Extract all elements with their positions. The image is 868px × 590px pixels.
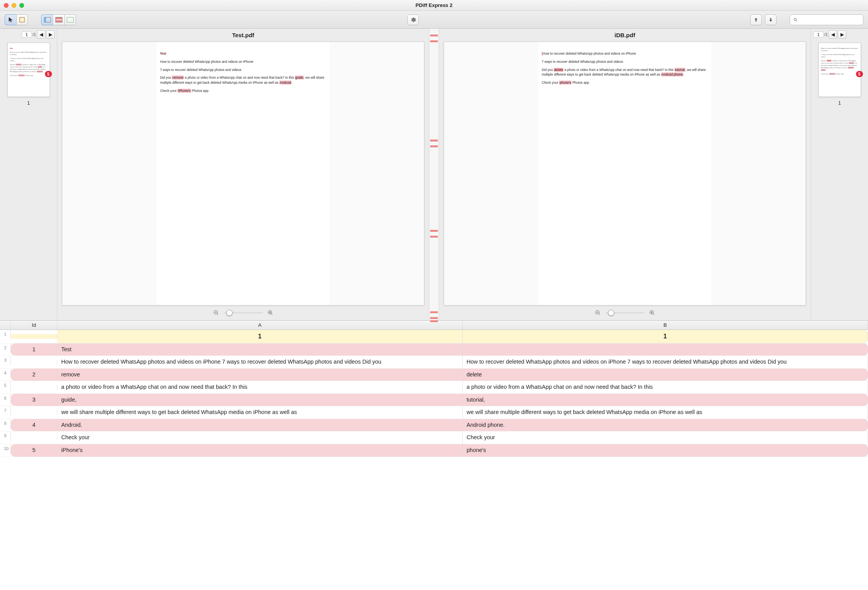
table-row[interactable]: 21Test — [0, 343, 868, 356]
diff-table: Id A B 11121Test3How to recover deleted … — [0, 321, 868, 590]
cell-a: 1 — [57, 330, 463, 343]
zoom-out-a[interactable] — [213, 310, 219, 316]
cell-b: delete — [463, 369, 868, 381]
row-id — [11, 435, 57, 440]
row-num: 7 — [0, 406, 11, 416]
toolbar — [0, 11, 868, 29]
cell-a: a photo or video from a WhatsApp chat on… — [57, 381, 463, 393]
overlay-view-button[interactable] — [53, 14, 64, 25]
cell-b: a photo or video from a WhatsApp chat on… — [463, 381, 868, 393]
page-input-left[interactable] — [22, 31, 32, 38]
table-row[interactable]: 7we will share multiple different ways t… — [0, 406, 868, 419]
page-prev-right[interactable]: ◀ — [828, 30, 837, 39]
cell-b — [463, 343, 868, 356]
zoom-out-icon — [595, 310, 601, 316]
cursor-icon — [8, 17, 14, 23]
zoom-out-icon — [213, 310, 219, 316]
row-id — [11, 334, 57, 339]
zoom-in-a[interactable] — [267, 310, 274, 316]
row-num: 5 — [0, 381, 11, 391]
table-row[interactable]: 105iPhone'sphone's — [0, 444, 868, 457]
page-next-left[interactable]: ▶ — [46, 30, 55, 39]
zoom-in-b[interactable] — [649, 310, 655, 316]
overlay-view-icon — [55, 17, 62, 22]
pager-right: /1 ◀ ▶ — [811, 29, 868, 40]
thumbnails-left: /1 ◀ ▶ TestHow to recover deleted WhatsA… — [0, 29, 57, 320]
cell-a: we will share multiple different ways to… — [57, 406, 463, 419]
page-input-right[interactable] — [813, 31, 823, 38]
svg-point-0 — [794, 18, 796, 21]
table-row[interactable]: 9Check yourCheck your — [0, 431, 868, 444]
table-row[interactable]: 5a photo or video from a WhatsApp chat o… — [0, 381, 868, 394]
table-row[interactable]: 111 — [0, 330, 868, 343]
rect-select-tool-button[interactable] — [16, 14, 28, 25]
doc-pane-b: iDB.pdf How to recover deleted WhatsApp … — [439, 29, 811, 320]
thumbnail-left-1[interactable]: TestHow to recover deleted WhatsApp phot… — [7, 43, 50, 97]
page-total-left: /1 — [33, 32, 36, 37]
titlebar: PDiff Express 2 — [0, 0, 868, 11]
row-id — [11, 385, 57, 390]
row-num: 3 — [0, 356, 11, 366]
thumbnail-label-left: 1 — [0, 100, 57, 106]
cell-a: remove — [57, 369, 463, 381]
compare-area: /1 ◀ ▶ TestHow to recover deleted WhatsA… — [0, 29, 868, 321]
row-num: 6 — [0, 394, 11, 404]
cell-a: Test — [57, 343, 463, 356]
thumbnail-label-right: 1 — [811, 100, 868, 106]
row-id: 5 — [11, 444, 57, 457]
thumbnails-right: /1 ◀ ▶ How to recover deleted WhatsApp p… — [811, 29, 868, 320]
row-num: 9 — [0, 431, 11, 441]
thumb-preview: TestHow to recover deleted WhatsApp phot… — [10, 47, 47, 77]
cell-b: we will share multiple different ways to… — [463, 406, 868, 419]
row-num: 1 — [0, 330, 11, 340]
split-view-button[interactable] — [41, 14, 53, 25]
table-row[interactable]: 63guide,tutorial, — [0, 394, 868, 407]
page-next-right[interactable]: ▶ — [838, 30, 846, 39]
window-title: PDiff Express 2 — [0, 2, 868, 8]
col-id[interactable]: Id — [11, 321, 57, 330]
next-diff-button[interactable] — [765, 14, 777, 25]
cell-b: Android phone. — [463, 419, 868, 431]
zoom-slider-b[interactable] — [606, 312, 644, 314]
overview-strip[interactable] — [429, 29, 439, 320]
rect-select-icon — [19, 17, 25, 22]
table-row[interactable]: 84Android.Android phone. — [0, 419, 868, 432]
zoom-in-icon — [267, 310, 274, 316]
cell-a: iPhone's — [57, 444, 463, 457]
row-id: 4 — [11, 419, 57, 431]
page-b[interactable]: How to recover deleted WhatsApp photos a… — [444, 41, 806, 305]
col-row-num[interactable] — [0, 321, 11, 330]
page-a[interactable]: TestHow to recover deleted WhatsApp phot… — [62, 41, 424, 305]
col-a[interactable]: A — [57, 321, 463, 330]
table-row[interactable]: 3How to recover deleted WhatsApp photos … — [0, 356, 868, 369]
cell-a: Android. — [57, 419, 463, 431]
cell-a: Check your — [57, 431, 463, 444]
thumbnail-right-1[interactable]: How to recover deleted WhatsApp photos a… — [818, 43, 861, 97]
col-b[interactable]: B — [463, 321, 868, 330]
settings-button[interactable] — [407, 14, 419, 25]
single-view-button[interactable] — [64, 14, 76, 25]
cursor-tool-button[interactable] — [5, 14, 16, 25]
zoom-out-b[interactable] — [595, 310, 601, 316]
row-id — [11, 410, 57, 415]
table-row[interactable]: 42removedelete — [0, 369, 868, 381]
viewmode-segment — [41, 14, 76, 25]
zoom-slider-a[interactable] — [224, 312, 263, 314]
cell-b: tutorial, — [463, 394, 868, 406]
row-id: 1 — [11, 343, 57, 356]
zoom-in-icon — [649, 310, 655, 316]
search-field[interactable] — [790, 14, 863, 25]
arrow-up-icon — [753, 17, 759, 23]
prev-diff-button[interactable] — [750, 14, 762, 25]
pager-left: /1 ◀ ▶ — [0, 29, 57, 40]
table-body[interactable]: 11121Test3How to recover deleted WhatsAp… — [0, 330, 868, 590]
gear-icon — [410, 17, 416, 23]
split-view-icon — [44, 17, 51, 22]
row-num: 10 — [0, 444, 11, 454]
search-input[interactable] — [800, 17, 860, 23]
page-prev-left[interactable]: ◀ — [37, 30, 45, 39]
thumb-preview: How to recover deleted WhatsApp photos a… — [821, 47, 858, 75]
cell-b: How to recover deleted WhatsApp photos a… — [463, 356, 868, 368]
row-num: 4 — [0, 369, 11, 378]
svg-line-8 — [271, 314, 272, 315]
